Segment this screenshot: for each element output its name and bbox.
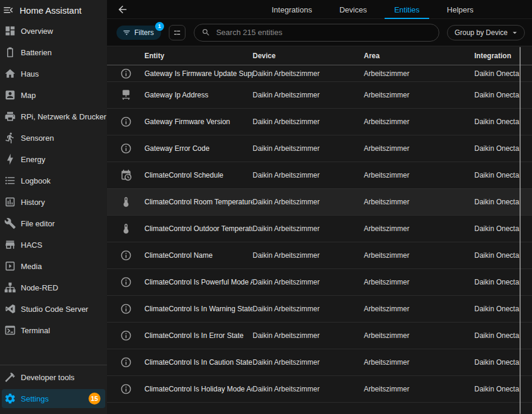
column-header-integration[interactable]: Integration: [474, 52, 532, 60]
sidebar-item-label: Haus: [21, 69, 39, 78]
sidebar-item-node-red[interactable]: Node-RED: [2, 277, 105, 298]
tab-devices[interactable]: Devices: [330, 0, 376, 19]
sidebar-item-media[interactable]: Media: [2, 255, 105, 277]
tab-entities[interactable]: Entities: [385, 0, 429, 19]
table-row[interactable]: IPGateway Ip AddressDaikin Arbeitszimmer…: [107, 82, 532, 109]
cell-integration: Daikin Onecta: [474, 198, 532, 206]
table-row[interactable]: ClimateControl Is In Warning StateDaikin…: [107, 296, 532, 323]
sidebar-item-label: Media: [21, 262, 42, 271]
sidebar-item-settings[interactable]: Settings15: [2, 389, 105, 408]
main-area: IntegrationsDevicesEntitiesHelpers Filte…: [107, 0, 532, 414]
cell-area: Arbeitszimmer: [364, 91, 474, 99]
information-icon: [120, 330, 132, 342]
sidebar-item-file-editor[interactable]: File editor: [2, 213, 105, 234]
chevron-down-icon: [510, 28, 520, 37]
cell-area: Arbeitszimmer: [364, 278, 474, 286]
sidebar-item-map[interactable]: Map: [2, 84, 105, 106]
sidebar-item-label: Settings: [21, 394, 49, 403]
table-row[interactable]: ClimateControl Is In Error StateDaikin A…: [107, 323, 532, 349]
sidebar-header: Home Assistant: [0, 0, 107, 18]
sidebar-item-batterien[interactable]: Batterien: [2, 42, 105, 63]
cell-entity: Gateway Ip Address: [144, 91, 253, 99]
cell-device: Daikin Arbeitszimmer: [253, 385, 364, 393]
sidebar-item-logbook[interactable]: Logbook: [2, 170, 105, 191]
cell-integration: Daikin Onecta: [474, 91, 532, 99]
entity-type-cell: [107, 223, 144, 235]
column-header-area[interactable]: Area: [364, 52, 474, 60]
information-icon: [120, 116, 132, 128]
sidebar-item-developer-tools[interactable]: Developer tools: [2, 366, 105, 388]
table-row[interactable]: Gateway Is Firmware Update Suppor…Daikin…: [107, 65, 532, 82]
tab-integrations[interactable]: Integrations: [262, 0, 322, 19]
svg-text:IP: IP: [124, 90, 128, 94]
table-row[interactable]: ClimateControl Outdoor TemperatureDaikin…: [107, 216, 532, 242]
sidebar-item-hacs[interactable]: HACS: [2, 234, 105, 255]
cell-device: Daikin Arbeitszimmer: [253, 358, 364, 366]
cell-entity: ClimateControl Is In Error State: [144, 331, 253, 340]
entities-table: Entity Device Area Integration Gateway I…: [107, 46, 532, 414]
filters-button[interactable]: Filters 1: [117, 26, 161, 40]
sidebar-item-haus[interactable]: Haus: [2, 63, 105, 84]
table-row[interactable]: ClimateControl Is In Caution StateDaikin…: [107, 349, 532, 376]
chart-box-icon: [4, 196, 16, 208]
group-by-dropdown[interactable]: Group by Device: [447, 25, 525, 40]
back-button[interactable]: [117, 4, 128, 15]
console-icon: [4, 324, 16, 336]
column-settings-button[interactable]: [169, 25, 185, 40]
sidebar-item-studio-code-server[interactable]: Studio Code Server: [2, 298, 105, 320]
sidebar-item-label: RPi, Netzwerk & Drucker: [21, 112, 106, 121]
tab-helpers[interactable]: Helpers: [437, 0, 483, 19]
lightning-bolt-icon: [4, 153, 16, 165]
cell-area: Arbeitszimmer: [364, 69, 474, 78]
calendar-clock-icon: [120, 169, 132, 181]
sidebar-item-label: Energy: [21, 155, 45, 164]
sidebar-item-sensoren[interactable]: Sensoren: [2, 127, 105, 148]
filter-icon: [122, 29, 131, 37]
search-input[interactable]: [216, 28, 432, 37]
sidebar-item-overview[interactable]: Overview: [2, 20, 105, 42]
table-row[interactable]: ClimateControl Room TemperatureDaikin Ar…: [107, 189, 532, 216]
table-row[interactable]: ClimateControl Is Holiday Mode Acti…Daik…: [107, 376, 532, 403]
cell-integration: Daikin Onecta: [474, 358, 532, 366]
home-icon: [4, 68, 16, 80]
cell-entity: ClimateControl Schedule: [144, 171, 253, 179]
sidebar-item-label: History: [21, 198, 45, 207]
cell-entity: ClimateControl Room Temperature: [144, 198, 253, 206]
cell-area: Arbeitszimmer: [364, 198, 474, 206]
group-by-label: Group by Device: [455, 29, 508, 37]
entity-type-cell: [107, 169, 144, 181]
cell-area: Arbeitszimmer: [364, 225, 474, 233]
vertical-scrollbar[interactable]: [520, 47, 521, 414]
table-row[interactable]: Gateway Error CodeDaikin ArbeitszimmerAr…: [107, 135, 532, 162]
column-header-entity[interactable]: Entity: [144, 51, 253, 61]
sidebar-item-rpi-netzwerk-drucker[interactable]: RPi, Netzwerk & Drucker: [2, 106, 105, 127]
sidebar-item-energy[interactable]: Energy: [2, 148, 105, 170]
tab-bar: IntegrationsDevicesEntitiesHelpers: [262, 0, 483, 19]
hammer-icon: [4, 371, 16, 383]
table-body: Gateway Is Firmware Update Suppor…Daikin…: [107, 65, 532, 403]
information-icon: [120, 276, 132, 288]
information-icon: [120, 303, 132, 315]
entity-type-cell: [107, 249, 144, 261]
app-title: Home Assistant: [20, 5, 81, 15]
cell-device: Daikin Arbeitszimmer: [253, 91, 364, 99]
sidebar-item-history[interactable]: History: [2, 191, 105, 213]
cell-integration: Daikin Onecta: [474, 331, 532, 340]
sidebar-item-label: Batterien: [21, 48, 52, 57]
cell-integration: Daikin Onecta: [474, 69, 532, 78]
sidebar-item-terminal[interactable]: Terminal: [2, 320, 105, 341]
sidebar-item-label: Studio Code Server: [21, 305, 88, 314]
cell-entity: Gateway Firmware Version: [144, 118, 253, 126]
cell-device: Daikin Arbeitszimmer: [253, 171, 364, 179]
cell-device: Daikin Arbeitszimmer: [253, 144, 364, 153]
table-row[interactable]: ClimateControl ScheduleDaikin Arbeitszim…: [107, 162, 532, 189]
table-row[interactable]: Gateway Firmware VersionDaikin Arbeitszi…: [107, 109, 532, 135]
column-header-device[interactable]: Device: [253, 52, 364, 60]
entity-type-cell: [107, 303, 144, 315]
cell-area: Arbeitszimmer: [364, 358, 474, 366]
table-row[interactable]: ClimateControl NameDaikin ArbeitszimmerA…: [107, 242, 532, 269]
table-row[interactable]: ClimateControl Is Powerful Mode Ac…Daiki…: [107, 269, 532, 296]
menu-open-icon[interactable]: [2, 4, 14, 16]
information-icon: [120, 249, 132, 261]
ip-network-icon: IP: [120, 89, 132, 101]
